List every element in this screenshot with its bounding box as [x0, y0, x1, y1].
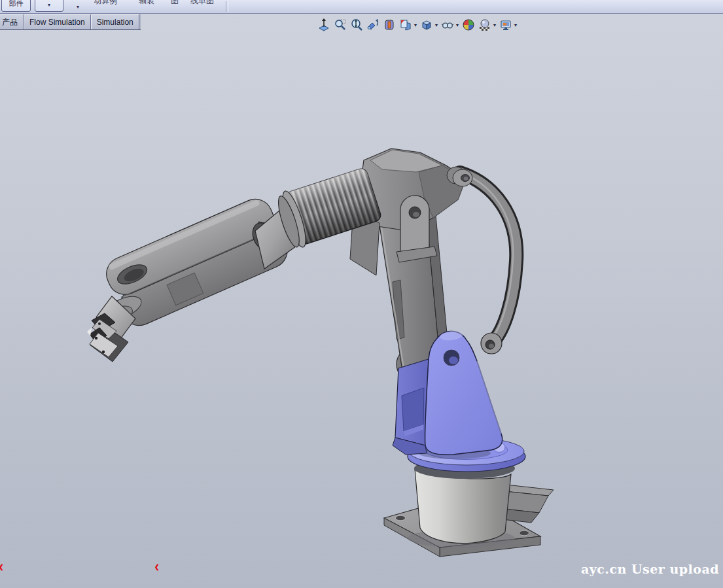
bracket-pocket [402, 388, 424, 431]
toolbar-top-clipped: 插入零 部件 ▾ ▾ 动算例 轴装 图 线单图 [0, 0, 723, 14]
toolbar-button-view[interactable]: 图 [171, 0, 179, 7]
gripper-screw [98, 322, 101, 325]
insert-component-button[interactable]: 插入零 部件 [1, 0, 31, 12]
commandmanager-tab-row: 产品 Flow Simulation Simulation [0, 14, 141, 30]
hide-show-items-icon[interactable] [440, 18, 455, 32]
chevron-down-icon[interactable]: ▾ [435, 22, 438, 28]
toolbar-button-motion-study[interactable]: 动算例 [94, 0, 117, 7]
display-style-icon[interactable] [419, 18, 434, 32]
gripper-screw [102, 351, 105, 353]
insert-component-label-line2: 部件 [2, 0, 30, 8]
tab-simulation[interactable]: Simulation [91, 14, 139, 29]
tab-flow-simulation-label: Flow Simulation [29, 18, 85, 27]
bolt-hole [520, 530, 529, 536]
view-settings-icon[interactable] [499, 18, 513, 32]
toolbar-separator [226, 1, 228, 12]
toolbar-button-axis[interactable]: 轴装 [139, 0, 154, 7]
edit-appearance-icon[interactable] [461, 18, 476, 32]
chevron-down-icon: ▾ [65, 4, 90, 10]
view-orientation-icon[interactable] [398, 18, 413, 32]
red-artifact-mark: ❮ [0, 564, 4, 570]
graphics-viewport[interactable]: ayc.cn User upload ❮ ❮ [0, 13, 723, 588]
zoom-in-out-icon[interactable] [349, 18, 364, 32]
chevron-down-icon[interactable]: ▾ [456, 22, 459, 28]
chevron-down-icon[interactable]: ▾ [514, 22, 517, 28]
zoom-to-area-icon[interactable] [333, 18, 347, 32]
chevron-down-icon[interactable]: ▾ [414, 22, 417, 28]
section-view-icon[interactable] [382, 18, 397, 32]
red-artifact-mark: ❮ [154, 564, 160, 570]
solidworks-window: { "ui": { "caret": "▾", "red_mark_glyph"… [0, 0, 723, 588]
tab-simulation-label: Simulation [97, 18, 133, 27]
apply-scene-icon[interactable] [478, 18, 492, 32]
tab-products-label: 产品 [2, 17, 18, 28]
chevron-down-icon: ▾ [35, 1, 63, 9]
tab-products[interactable]: 产品 [0, 14, 24, 29]
toolbar-dropdown-button-1[interactable]: ▾ [35, 0, 63, 12]
chevron-down-icon[interactable]: ▾ [493, 22, 496, 28]
bolt-hole [396, 515, 406, 521]
gripper-screw [95, 337, 97, 339]
toolbar-dropdown-button-2[interactable]: ▾ [65, 0, 90, 12]
watermark: ayc.cn User upload [581, 562, 719, 576]
zoom-to-fit-icon[interactable] [317, 18, 331, 32]
robot-arm-model[interactable] [0, 14, 723, 588]
tab-flow-simulation[interactable]: Flow Simulation [24, 14, 91, 29]
heads-up-view-toolbar: ▾ ▾ ▾ [317, 16, 518, 33]
toolbar-button-line-sketch[interactable]: 线单图 [190, 0, 214, 7]
previous-view-icon[interactable] [366, 18, 380, 32]
